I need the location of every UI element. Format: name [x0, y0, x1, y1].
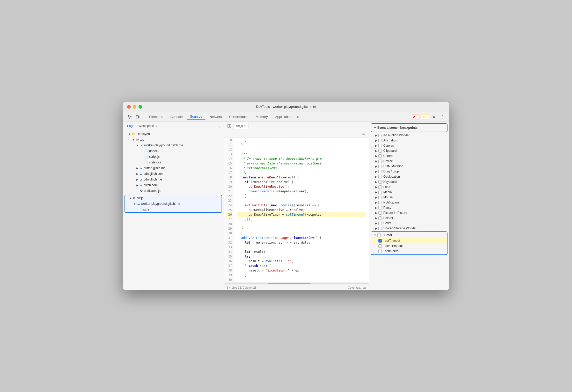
- code-content[interactable]: } } /** * In order to keep the ServiceWo…: [234, 138, 369, 282]
- bp-checkbox-load[interactable]: [378, 185, 382, 189]
- tree-item-index[interactable]: 📄 (index): [123, 148, 224, 154]
- bp-checkbox-pip[interactable]: [378, 211, 382, 215]
- error-badge[interactable]: ✕ 1: [411, 114, 420, 119]
- bp-item-clipboard[interactable]: ▶ Clipboard: [369, 148, 449, 153]
- bp-item-animation[interactable]: ▶ Animation: [369, 138, 449, 143]
- bp-checkbox-pointer[interactable]: [378, 216, 382, 220]
- bp-expand-icon: ▶: [375, 227, 377, 230]
- tree-label: top: [140, 138, 144, 141]
- timer-item-setinterval[interactable]: setInterval: [371, 248, 447, 254]
- bp-checkbox-geolocation[interactable]: [378, 175, 382, 178]
- bp-item-load[interactable]: ▶ Load: [369, 184, 449, 190]
- minimize-button[interactable]: [133, 105, 136, 109]
- tab-sw-js[interactable]: sw.js ✕: [233, 123, 249, 129]
- bp-item-shared-storage[interactable]: ▶ Shared Storage Worklet: [369, 226, 449, 231]
- bp-item-canvas[interactable]: ▶ Canvas: [369, 143, 449, 148]
- editor-sidebar-toggle-icon[interactable]: [225, 123, 233, 129]
- bp-checkbox-animation[interactable]: [378, 139, 382, 142]
- frame-icon: ▭: [136, 138, 139, 141]
- tab-sources[interactable]: Sources: [187, 114, 206, 120]
- tree-item-worker-playground-nested[interactable]: ▼ ☁ worker-playground.glitch.me: [125, 201, 222, 207]
- bp-checkbox-dom-mutation[interactable]: [378, 165, 382, 168]
- bp-expand-icon: ▶: [375, 201, 377, 204]
- bp-checkbox-keyboard[interactable]: [378, 180, 382, 184]
- settings-icon[interactable]: [430, 113, 438, 120]
- setinterval-checkbox[interactable]: [378, 250, 382, 253]
- bp-checkbox-drag-drop[interactable]: [378, 170, 382, 173]
- bp-checkbox-canvas[interactable]: [378, 144, 382, 147]
- settimeout-checkbox[interactable]: ✓: [378, 239, 382, 243]
- bp-item-geolocation[interactable]: ▶ Geolocation: [369, 174, 449, 179]
- more-tabs-icon[interactable]: »: [296, 114, 300, 120]
- tab-close-icon[interactable]: ✕: [244, 124, 246, 127]
- bp-checkbox-clipboard[interactable]: [378, 149, 382, 153]
- bp-checkbox-control[interactable]: [378, 154, 382, 158]
- bp-item-script[interactable]: ▶ Script: [369, 221, 449, 226]
- bp-item-pip[interactable]: ▶ Picture-in-Picture: [369, 210, 449, 215]
- tab-application[interactable]: Application: [272, 114, 295, 120]
- tab-page[interactable]: Page: [125, 124, 136, 128]
- breakpoints-header[interactable]: ▼ Event Listener Breakpoints: [371, 123, 448, 132]
- tree-item-button-glitch[interactable]: ▶ ☁ button.glitch.me: [123, 165, 224, 171]
- bp-item-keyboard[interactable]: ▶ Keyboard: [369, 179, 449, 184]
- tab-console[interactable]: Console: [167, 114, 186, 120]
- maximize-button[interactable]: [138, 105, 142, 109]
- tab-memory[interactable]: Memory: [253, 114, 271, 120]
- timer-item-cleartimeout[interactable]: clearTimeout: [371, 243, 447, 248]
- tree-item-dedicated-js[interactable]: ⚙ dedicated.js: [123, 188, 224, 194]
- tree-item-sw-js-gear[interactable]: ▼ ⚙ sw.js: [125, 195, 222, 201]
- bp-item-drag-drop[interactable]: ▶ Drag / drop: [369, 169, 449, 174]
- bp-item-device[interactable]: ▶ Device: [369, 159, 449, 164]
- inspect-icon[interactable]: [126, 113, 133, 120]
- device-toggle-icon[interactable]: [134, 113, 142, 120]
- timer-label: Timer: [384, 233, 392, 237]
- bp-item-ad-auction[interactable]: ▶ Ad Auction Worklet: [369, 133, 449, 138]
- code-area[interactable]: 1011121314 1516171819 2021222324 2526 27…: [224, 138, 369, 282]
- expand-arrow-icon: ▼: [133, 202, 136, 205]
- bp-item-dom-mutation[interactable]: ▶ DOM Mutation: [369, 164, 449, 169]
- tree-item-cdn-glitch-com[interactable]: ▶ ☁ cdn.glitch.com: [123, 171, 224, 177]
- timer-item-settimeout[interactable]: ✓ setTimeout: [371, 238, 447, 243]
- window-controls: [127, 105, 142, 109]
- bp-checkbox-mouse[interactable]: [378, 196, 382, 199]
- tree-item-cdn-glitch-me[interactable]: ▶ ☁ cdn.glitch.me: [123, 177, 224, 182]
- bp-item-control[interactable]: ▶ Control: [369, 153, 449, 159]
- format-icon[interactable]: { }: [227, 286, 230, 289]
- more-options-icon[interactable]: ⋮: [439, 113, 446, 120]
- bp-checkbox-device[interactable]: [378, 160, 382, 163]
- bp-expand-icon: ▶: [375, 217, 377, 220]
- bp-checkbox-shared-storage[interactable]: [378, 227, 382, 230]
- bp-item-pointer[interactable]: ▶ Pointer: [369, 215, 449, 221]
- warning-badge[interactable]: ⚠ 1: [421, 114, 429, 119]
- tab-network[interactable]: Network: [207, 114, 225, 120]
- horizontal-scrollbar[interactable]: [224, 282, 369, 284]
- bp-item-notification[interactable]: ▶ Notification: [369, 200, 449, 205]
- timer-checkbox[interactable]: [377, 233, 381, 237]
- tree-item-top[interactable]: ▼ ▭ top: [123, 137, 224, 142]
- tree-item-worker-playground[interactable]: ▼ ☁ worker-playground.glitch.me: [123, 142, 224, 148]
- format-icon[interactable]: [361, 131, 367, 137]
- cleartimeout-checkbox[interactable]: [378, 244, 382, 248]
- bp-expand-icon: ▶: [375, 155, 377, 157]
- subtoolbar-more-icon[interactable]: »: [156, 124, 158, 127]
- tree-item-sw-js-file[interactable]: 📄 sw.js: [125, 207, 222, 212]
- bp-checkbox-ad-auction[interactable]: [378, 134, 382, 137]
- tab-workspace[interactable]: Workspace: [136, 124, 156, 128]
- tab-performance[interactable]: Performance: [226, 114, 251, 120]
- bp-checkbox-parse[interactable]: [378, 206, 382, 209]
- timer-header[interactable]: ▼ Timer: [371, 232, 447, 238]
- bp-item-mouse[interactable]: ▶ Mouse: [369, 195, 449, 200]
- bp-checkbox-script[interactable]: [378, 222, 382, 225]
- subtoolbar-menu-icon[interactable]: ⋮: [218, 124, 222, 128]
- close-button[interactable]: [127, 105, 131, 109]
- bp-checkbox-notification[interactable]: [378, 201, 382, 204]
- bp-item-media[interactable]: ▶ Media: [369, 190, 449, 195]
- tree-item-deployed[interactable]: ▼ 📁 Deployed: [123, 131, 224, 137]
- expand-arrow-icon: ▶: [136, 178, 138, 181]
- tree-item-script-js[interactable]: 📄 script.js: [123, 154, 224, 160]
- tree-item-glitch-com[interactable]: ▶ ☁ glitch.com: [123, 182, 224, 188]
- tree-item-style-css[interactable]: 📄 style.css: [123, 160, 224, 165]
- bp-item-parse[interactable]: ▶ Parse: [369, 205, 449, 210]
- bp-checkbox-media[interactable]: [378, 191, 382, 194]
- tab-elements[interactable]: Elements: [146, 114, 166, 120]
